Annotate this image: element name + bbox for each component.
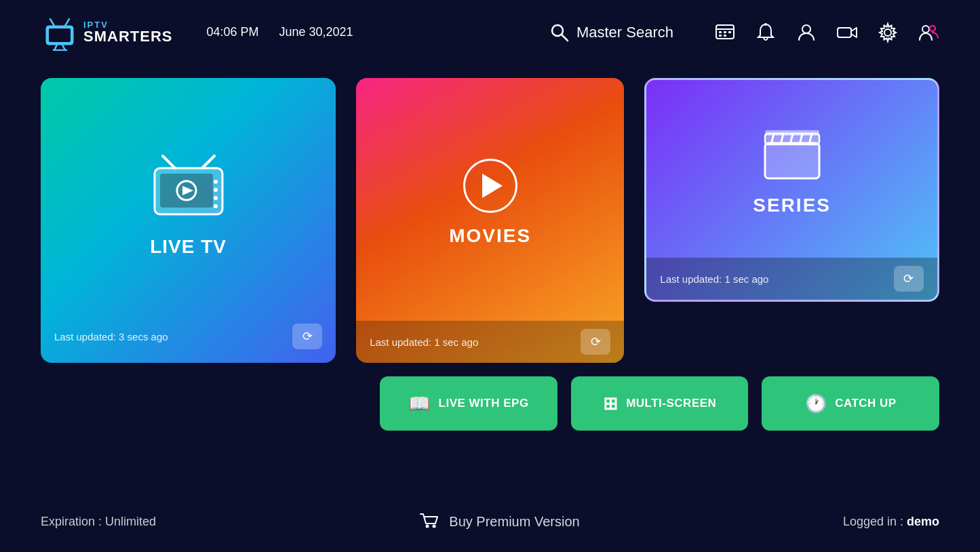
cart-icon [419, 511, 439, 532]
svg-rect-14 [719, 35, 722, 37]
series-label: SERIES [753, 195, 831, 216]
footer: Expiration : Unlimited Buy Premium Versi… [0, 511, 980, 532]
main-content: LIVE TV Last updated: 3 secs ago ⟳ MOVIE… [0, 64, 980, 444]
cards-row: LIVE TV Last updated: 3 secs ago ⟳ MOVIE… [41, 78, 939, 363]
logo-text: IPTV SMARTERS [83, 20, 172, 44]
movies-card[interactable]: MOVIES Last updated: 1 sec ago ⟳ [356, 78, 624, 363]
svg-rect-11 [719, 31, 722, 33]
epg-guide-icon[interactable] [714, 22, 736, 43]
series-clapper-icon [762, 128, 823, 182]
movies-card-top: MOVIES [356, 78, 624, 321]
live-tv-last-updated: Last updated: 3 secs ago [54, 331, 168, 342]
svg-point-20 [922, 26, 929, 33]
movies-refresh-button[interactable]: ⟳ [581, 329, 610, 355]
logged-in-user: demo [907, 515, 939, 528]
catch-up-icon: 🕐 [805, 393, 827, 414]
search-icon [549, 22, 570, 43]
svg-point-30 [214, 196, 218, 200]
multi-screen-button[interactable]: ⊞ MULTI-SCREEN [571, 376, 749, 431]
movies-last-updated: Last updated: 1 sec ago [370, 336, 478, 348]
svg-point-29 [214, 188, 218, 192]
live-tv-footer: Last updated: 3 secs ago ⟳ [54, 323, 322, 349]
svg-rect-13 [728, 31, 731, 33]
live-epg-icon: 📖 [408, 393, 431, 414]
svg-point-41 [433, 525, 436, 528]
settings-gear-icon[interactable] [877, 22, 899, 43]
svg-rect-39 [765, 130, 819, 136]
live-with-epg-button[interactable]: 📖 LIVE WITH EPG [380, 376, 557, 431]
svg-rect-32 [765, 143, 819, 178]
svg-point-31 [214, 204, 218, 208]
movies-footer: Last updated: 1 sec ago ⟳ [356, 321, 624, 363]
catch-up-label: CATCH UP [835, 397, 897, 410]
svg-line-8 [562, 35, 568, 41]
bottom-buttons-row: 📖 LIVE WITH EPG ⊞ MULTI-SCREEN 🕐 CATCH U… [380, 376, 939, 431]
header-date: June 30,2021 [279, 25, 353, 39]
series-card-wrap: SERIES Last updated: 1 sec ago ⟳ [644, 78, 939, 363]
multi-screen-label: MULTI-SCREEN [626, 397, 716, 410]
svg-rect-12 [724, 31, 726, 33]
movies-label: MOVIES [449, 225, 531, 247]
header-icons [714, 22, 939, 43]
live-tv-card[interactable]: LIVE TV Last updated: 3 secs ago ⟳ [41, 78, 336, 363]
live-epg-label: LIVE WITH EPG [439, 397, 529, 410]
logo-area: IPTV SMARTERS [41, 14, 172, 51]
buy-premium-label: Buy Premium Version [449, 514, 579, 530]
series-refresh-button[interactable]: ⟳ [894, 266, 924, 292]
notification-bell-icon[interactable] [755, 22, 777, 43]
svg-point-40 [426, 525, 429, 528]
multi-screen-icon: ⊞ [603, 393, 619, 414]
series-last-updated: Last updated: 1 sec ago [660, 273, 768, 285]
logo-tv-icon [41, 14, 78, 51]
video-camera-icon[interactable] [836, 22, 858, 43]
series-card[interactable]: SERIES Last updated: 1 sec ago ⟳ [644, 78, 939, 302]
logo-smarters-label: SMARTERS [83, 29, 172, 44]
svg-point-28 [214, 180, 218, 184]
svg-line-5 [50, 19, 54, 26]
live-tv-tv-icon [148, 155, 229, 222]
logged-in-info: Logged in : demo [843, 515, 939, 529]
users-icon[interactable] [918, 22, 939, 43]
live-tv-label: LIVE TV [150, 236, 227, 258]
live-tv-refresh-button[interactable]: ⟳ [292, 323, 322, 349]
svg-line-6 [65, 19, 69, 26]
svg-point-21 [930, 26, 935, 31]
logged-in-label: Logged in : [843, 515, 907, 528]
svg-rect-18 [838, 28, 851, 37]
user-profile-icon[interactable] [796, 22, 817, 43]
svg-line-23 [202, 156, 214, 168]
svg-rect-1 [49, 28, 71, 42]
header-time: 04:06 PM [206, 25, 258, 39]
svg-point-17 [802, 25, 810, 33]
master-search-label: Master Search [576, 24, 673, 41]
master-search-button[interactable]: Master Search [549, 22, 673, 43]
series-card-top: SERIES [646, 80, 937, 258]
header: IPTV SMARTERS 04:06 PM June 30,2021 Mast… [0, 0, 980, 64]
svg-line-22 [163, 156, 175, 168]
series-footer: Last updated: 1 sec ago ⟳ [646, 258, 937, 300]
movies-play-icon [463, 159, 517, 213]
svg-point-16 [764, 23, 767, 26]
expiration-label: Expiration : Unlimited [41, 515, 156, 529]
buy-premium-button[interactable]: Buy Premium Version [156, 511, 843, 532]
svg-rect-15 [724, 35, 726, 37]
live-tv-icon-area: LIVE TV [148, 98, 229, 313]
svg-point-19 [884, 29, 891, 36]
catch-up-button[interactable]: 🕐 CATCH UP [762, 376, 939, 431]
